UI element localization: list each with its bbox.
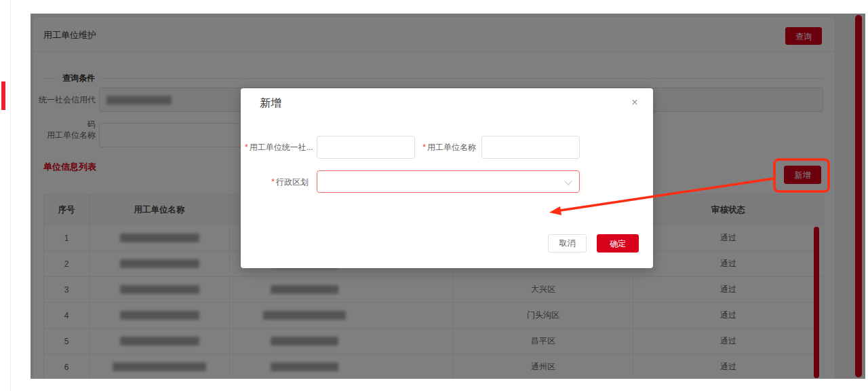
modal-district-select[interactable] [317,170,580,193]
modal-district-label: *行政区划 [245,170,309,193]
required-asterisk: * [245,143,248,152]
modal-unit-name-label: *用工单位名称 [416,136,476,159]
modal-unit-name-input[interactable] [481,136,580,159]
sidebar-active-marker [1,81,5,110]
modal-credit-code-label: *用工单位统一社... [245,136,309,159]
chevron-down-icon [564,177,572,185]
modal-title: 新增 [260,96,281,111]
modal-unit-name-label-text: 用工单位名称 [427,143,476,152]
add-unit-modal: 新增 × *用工单位统一社... *用工单位名称 *行政区划 取消 确定 [241,88,653,268]
modal-district-label-text: 行政区划 [276,177,309,187]
cancel-button[interactable]: 取消 [548,234,587,253]
left-rail-divider [10,0,11,391]
required-asterisk: * [422,143,426,152]
confirm-button[interactable]: 确定 [597,234,639,253]
modal-credit-code-label-text: 用工单位统一社... [250,143,313,152]
required-asterisk: * [271,177,275,187]
modal-credit-code-input[interactable] [317,136,415,159]
close-icon[interactable]: × [627,95,642,110]
